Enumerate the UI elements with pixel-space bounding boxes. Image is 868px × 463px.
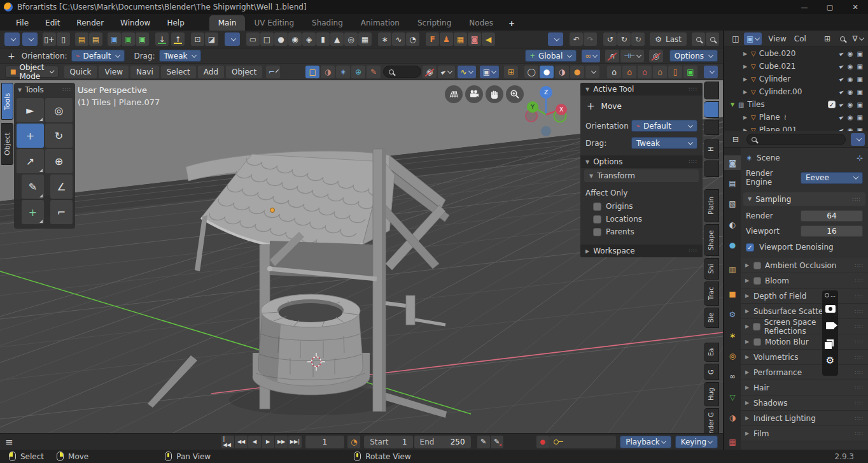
icon-house-brown[interactable]: ⌂ bbox=[653, 66, 667, 78]
affect-checkbox-locations[interactable]: Locations bbox=[593, 213, 703, 225]
overlays-dropdown[interactable]: ▣ bbox=[480, 66, 499, 78]
properties-tab-material[interactable]: ◑ bbox=[724, 410, 741, 425]
minimize-button[interactable]: — bbox=[792, 0, 817, 14]
drag-handle[interactable]: ∷∷ bbox=[855, 278, 864, 284]
expand-icon[interactable]: ▶ bbox=[745, 354, 753, 360]
sidebar-tab-ea[interactable]: Ea bbox=[704, 343, 719, 362]
viewport-search-input[interactable] bbox=[383, 66, 421, 78]
auto-keying-record-button[interactable]: ● bbox=[536, 436, 549, 448]
properties-tab-texture[interactable]: ▦ bbox=[724, 435, 741, 450]
tool-save-copy[interactable]: ▣ bbox=[136, 32, 149, 46]
shading-wireframe[interactable]: ◯ bbox=[524, 66, 538, 78]
proportional-editing-toggle[interactable]: ◎ bbox=[649, 50, 663, 62]
viewport-denoising-checkbox[interactable] bbox=[746, 243, 754, 252]
object-name[interactable]: Cylinder bbox=[759, 75, 791, 83]
sidebar-tab-h[interactable]: H bbox=[704, 139, 719, 159]
render-visibility-toggle[interactable]: ▣ bbox=[857, 63, 863, 70]
expand-icon[interactable]: ▶ bbox=[745, 339, 753, 345]
icon-house-white[interactable]: ⌂ bbox=[607, 66, 621, 78]
sidebar-tab-shi[interactable]: Shi bbox=[704, 258, 719, 280]
expand-icon[interactable]: ▶ bbox=[585, 248, 589, 254]
panel-volumetrics[interactable]: ▶ Volumetrics ∷∷ bbox=[741, 350, 868, 365]
drag-handle[interactable]: ∷∷ bbox=[689, 86, 697, 92]
viewport-menu-object[interactable]: Object bbox=[226, 66, 262, 78]
properties-tab-particles[interactable]: ∗ bbox=[724, 328, 741, 343]
tool-save[interactable]: ▣ bbox=[108, 32, 121, 46]
search-menu-button[interactable] bbox=[706, 32, 719, 46]
tool-add-monkey[interactable]: ◔ bbox=[406, 32, 419, 46]
expand-icon[interactable]: ▶ bbox=[745, 262, 753, 268]
drag-handle[interactable]: ∷∷ bbox=[689, 159, 697, 165]
properties-tab-scene[interactable]: ◐ bbox=[724, 217, 741, 232]
panel-shadows[interactable]: ▶ Shadows ∷∷ bbox=[741, 395, 868, 411]
filter-dropdown[interactable]: ∇ bbox=[851, 32, 865, 45]
properties-tab-modifiers[interactable]: ⚙ bbox=[724, 308, 741, 322]
expand-icon[interactable]: ▶ bbox=[745, 400, 753, 406]
display-mode-dropdown[interactable]: ▣ bbox=[744, 32, 762, 45]
object-name[interactable]: Cylinder.00 bbox=[759, 87, 802, 96]
hide-eye-toggle[interactable]: ◉ bbox=[848, 76, 853, 83]
add-workspace-button[interactable]: + bbox=[502, 17, 521, 31]
outliner-row[interactable]: ▶ ▽ Cube.021 ► ◉ ▣ bbox=[724, 60, 868, 73]
viewport-menu-navi[interactable]: Navi bbox=[130, 66, 159, 78]
outliner-row[interactable]: ▶ ▽ Cylinder ► ◉ ▣ bbox=[724, 73, 868, 85]
workspace-tab-scripting[interactable]: Scripting bbox=[409, 15, 460, 31]
collapse-icon[interactable]: ▼ bbox=[585, 159, 589, 165]
left-tab-object[interactable]: Object bbox=[1, 123, 13, 165]
drag-handle[interactable]: ∷∷ bbox=[855, 415, 864, 422]
orientation-dropdown[interactable]: ⌁ Default bbox=[71, 50, 125, 62]
sidebar-tab-[interactable] bbox=[704, 82, 719, 99]
properties-tab-render[interactable]: ◙ bbox=[724, 155, 741, 170]
expand-icon[interactable]: ▶ bbox=[745, 385, 753, 390]
current-frame-field[interactable]: 1 bbox=[305, 436, 345, 448]
panel-checkbox[interactable] bbox=[753, 277, 761, 285]
expand-icon[interactable]: ▶ bbox=[745, 324, 753, 329]
use-preview-range-button[interactable]: ◔ bbox=[347, 436, 360, 448]
frame-start-field[interactable]: Start 1 bbox=[364, 436, 412, 448]
drag-handle[interactable]: ∷∷ bbox=[855, 369, 864, 376]
tool-add-uv-sphere[interactable]: ◉ bbox=[288, 32, 302, 46]
expand-icon[interactable]: ▶ bbox=[743, 115, 751, 120]
expand-icon[interactable]: ▶ bbox=[743, 76, 751, 82]
drag-handle[interactable]: ∷∷ bbox=[855, 431, 864, 437]
sidebar-tab-shape[interactable]: Shape bbox=[704, 224, 719, 256]
tool-save-incremental[interactable]: ▣ bbox=[122, 32, 135, 46]
tool-button-move[interactable]: + bbox=[17, 124, 44, 148]
tool-add-plane[interactable]: ▭ bbox=[246, 32, 260, 46]
workspace-tab-uv-editing[interactable]: UV Editing bbox=[245, 15, 303, 31]
menu-edit[interactable]: Edit bbox=[37, 15, 68, 31]
tool-editor-type-dropdown[interactable] bbox=[4, 32, 20, 46]
search-button[interactable] bbox=[692, 32, 705, 46]
panel-subsurface-scattering[interactable]: ▶ Subsurface Scattering ∷∷ bbox=[741, 304, 868, 319]
collection-checkbox[interactable] bbox=[828, 101, 836, 108]
drag-dropdown[interactable]: Tweak bbox=[159, 50, 202, 62]
tool-view-dropdown[interactable] bbox=[22, 32, 38, 46]
collapse-icon[interactable]: ▼ bbox=[18, 87, 22, 93]
drag-handle[interactable]: ∷∷ bbox=[855, 354, 864, 360]
tool-undo-history[interactable]: ↺ bbox=[603, 32, 617, 46]
outliner-row[interactable]: ▶ ▽ Cube.020 ► ◉ ▣ bbox=[724, 47, 868, 60]
left-tab-tools[interactable]: Tools bbox=[1, 83, 13, 120]
viewport-menu-quick[interactable]: Quick bbox=[64, 66, 97, 78]
panel-checkbox[interactable] bbox=[753, 338, 761, 346]
tool-button-extrude-corner[interactable]: ⌐ bbox=[50, 200, 73, 224]
hide-eye-toggle[interactable]: ◉ bbox=[848, 50, 853, 57]
tool-button-measure[interactable]: ∠ bbox=[50, 175, 73, 199]
tool-add-text[interactable]: F bbox=[426, 32, 439, 46]
expand-icon[interactable]: ▼ bbox=[731, 102, 738, 108]
expand-icon[interactable]: ▶ bbox=[745, 308, 753, 314]
mode-icon-paint-brush[interactable]: ✎ bbox=[367, 66, 381, 78]
tool-button-tweak-select[interactable]: ► bbox=[17, 98, 44, 122]
panel-bloom[interactable]: ▶ Bloom ∷∷ bbox=[741, 273, 868, 288]
object-name[interactable]: Cube.021 bbox=[759, 62, 796, 71]
tool-button-scale[interactable]: ↗ bbox=[17, 149, 44, 173]
capture-camera[interactable] bbox=[824, 303, 836, 314]
render-visibility-toggle[interactable]: ▣ bbox=[857, 89, 863, 96]
transport-play-reverse[interactable]: ◀ bbox=[248, 436, 261, 448]
tool-export[interactable]: ↑ bbox=[171, 32, 185, 46]
object-name[interactable]: Tiles bbox=[747, 100, 764, 109]
collapse-icon[interactable]: ▼ bbox=[585, 87, 589, 92]
tool-button-add-cube[interactable]: + bbox=[22, 200, 44, 224]
tool-open-folder[interactable]: ▤ bbox=[75, 32, 88, 46]
outliner-row[interactable]: ▶ ▽ Cylinder.00 ► ◉ ▣ bbox=[724, 85, 868, 98]
